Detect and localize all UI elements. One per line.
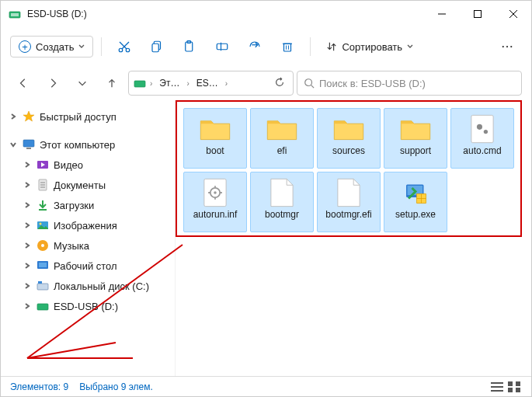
sidebar-item-this-pc[interactable]: Этот компьютер xyxy=(1,134,175,155)
delete-button[interactable] xyxy=(273,33,302,60)
file-item-folder[interactable]: boot xyxy=(183,108,247,169)
desktop-icon xyxy=(37,259,49,272)
maximize-button[interactable] xyxy=(460,2,495,26)
sidebar-label: Загрузки xyxy=(54,200,94,211)
chevron-down-icon xyxy=(9,140,18,149)
svg-rect-11 xyxy=(152,44,158,52)
svg-point-36 xyxy=(40,223,42,225)
new-button[interactable]: + Создать xyxy=(10,36,93,57)
share-icon xyxy=(248,40,262,54)
sidebar-item-quick-access[interactable]: Быстрый доступ xyxy=(1,106,175,127)
svg-rect-3 xyxy=(475,11,482,18)
refresh-button[interactable] xyxy=(271,74,288,93)
file-item-setup-exe[interactable]: setup.exe xyxy=(384,172,447,232)
new-label: Создать xyxy=(36,41,74,53)
status-count: Элементов: 9 xyxy=(10,381,68,392)
breadcrumb-item[interactable]: Эт… xyxy=(156,75,183,91)
chevron-down-icon xyxy=(407,44,413,50)
navigation-pane: Быстрый доступ Этот компьютер Видео Доку… xyxy=(1,100,176,376)
monitor-icon xyxy=(23,138,35,151)
chevron-right-icon xyxy=(23,241,32,250)
svg-point-46 xyxy=(484,130,488,134)
copy-button[interactable] xyxy=(142,33,172,60)
window-controls xyxy=(424,2,531,26)
chevron-right-icon: › xyxy=(223,79,230,88)
sidebar-item-video[interactable]: Видео xyxy=(1,155,175,175)
document-icon xyxy=(37,179,49,191)
file-item-efi[interactable]: bootmgr.efi xyxy=(317,172,381,232)
sidebar-item-music[interactable]: Музыка xyxy=(1,235,175,256)
svg-rect-43 xyxy=(37,304,48,310)
chevron-right-icon xyxy=(23,221,32,230)
svg-rect-60 xyxy=(508,388,513,392)
title-bar: ESD-USB (D:) xyxy=(1,1,531,27)
sidebar-label: Рабочий стол xyxy=(54,260,117,272)
file-item-folder[interactable]: sources xyxy=(317,108,381,169)
file-view[interactable]: boot efi sources support auto.cmd autoru… xyxy=(176,100,531,376)
file-item-folder[interactable]: support xyxy=(384,108,447,169)
copy-icon xyxy=(150,40,164,54)
recent-button[interactable] xyxy=(69,70,96,96)
svg-rect-44 xyxy=(471,115,493,142)
svg-rect-27 xyxy=(23,140,34,147)
svg-rect-24 xyxy=(134,81,145,87)
drive-icon xyxy=(37,300,49,312)
svg-point-49 xyxy=(214,191,217,194)
address-bar[interactable]: › Эт… › ES… › xyxy=(128,71,294,96)
share-button[interactable] xyxy=(240,33,269,60)
sidebar-label: ESD-USB (D:) xyxy=(54,301,118,312)
video-icon xyxy=(37,158,49,171)
svg-rect-14 xyxy=(217,44,228,50)
search-box[interactable]: Поиск в: ESD-USB (D:) xyxy=(297,71,522,96)
chevron-right-icon xyxy=(23,301,32,311)
minimize-button[interactable] xyxy=(424,2,460,26)
file-item-cmd[interactable]: auto.cmd xyxy=(450,108,514,169)
chevron-right-icon xyxy=(23,200,32,210)
sidebar-item-pictures[interactable]: Изображения xyxy=(1,215,175,235)
file-item-inf[interactable]: autorun.inf xyxy=(183,172,247,232)
sort-label: Сортировать xyxy=(342,41,402,53)
music-icon xyxy=(37,239,49,252)
svg-rect-58 xyxy=(508,381,513,386)
file-icon xyxy=(266,177,298,208)
sort-button[interactable]: Сортировать xyxy=(318,37,421,57)
file-item-folder[interactable]: efi xyxy=(250,108,314,169)
sidebar-label: Изображения xyxy=(54,220,117,232)
sidebar-item-esd-usb[interactable]: ESD-USB (D:) xyxy=(1,296,175,316)
file-label: auto.cmd xyxy=(461,146,502,157)
star-icon xyxy=(23,110,35,123)
sidebar-item-desktop[interactable]: Рабочий стол xyxy=(1,256,175,276)
svg-point-22 xyxy=(506,46,508,47)
chevron-right-icon xyxy=(23,160,32,169)
file-label: bootmgr.efi xyxy=(324,210,373,221)
installer-icon xyxy=(399,177,432,208)
close-button[interactable] xyxy=(495,2,531,26)
sidebar-label: Видео xyxy=(54,159,83,171)
sidebar-item-local-disk[interactable]: Локальный диск (C:) xyxy=(1,276,175,296)
file-label: support xyxy=(398,146,433,157)
paste-button[interactable] xyxy=(175,33,204,60)
forward-button[interactable] xyxy=(40,70,66,96)
breadcrumb-item[interactable]: ES… xyxy=(193,75,221,91)
sidebar-label: Локальный диск (C:) xyxy=(54,280,149,292)
sidebar-item-documents[interactable]: Документы xyxy=(1,175,175,195)
folder-icon xyxy=(332,113,365,145)
svg-rect-42 xyxy=(38,281,42,284)
sidebar-label: Документы xyxy=(54,179,106,191)
details-view-button[interactable] xyxy=(489,380,505,394)
back-button[interactable] xyxy=(10,70,37,96)
rename-button[interactable] xyxy=(207,33,237,60)
file-label: efi xyxy=(276,146,289,157)
inf-file-icon xyxy=(199,177,231,208)
cut-button[interactable] xyxy=(110,33,139,60)
scissors-icon xyxy=(117,40,131,54)
cmd-file-icon xyxy=(466,113,499,145)
status-bar: Элементов: 9 Выбрано 9 элем. xyxy=(1,376,531,396)
icons-view-button[interactable] xyxy=(506,380,522,394)
sidebar-item-downloads[interactable]: Загрузки xyxy=(1,195,175,215)
more-button[interactable] xyxy=(492,33,522,60)
chevron-right-icon: › xyxy=(184,79,191,88)
paste-icon xyxy=(183,40,196,54)
up-button[interactable] xyxy=(99,70,125,96)
file-item-generic[interactable]: bootmgr xyxy=(250,172,314,232)
